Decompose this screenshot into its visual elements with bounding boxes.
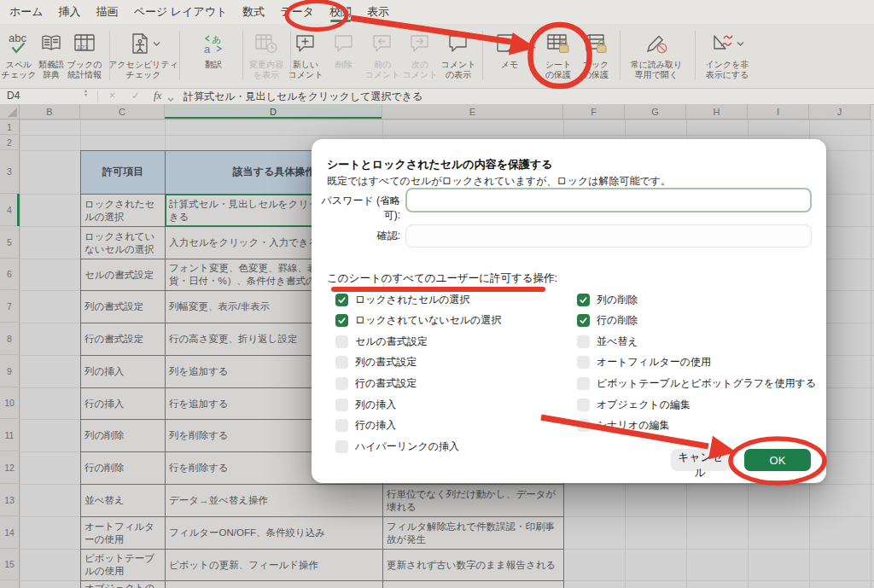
checkbox-unchecked[interactable] <box>335 440 348 453</box>
protect-workbook-button[interactable]: ブック の保護 <box>576 28 615 80</box>
protect-sheet-button[interactable]: シート の保護 <box>539 28 578 80</box>
tab-数式[interactable]: 数式 <box>235 0 272 24</box>
tab-データ[interactable]: データ <box>272 0 322 24</box>
hide-ink-button[interactable]: インクを非 表示にする <box>696 28 759 80</box>
checkbox-checked[interactable] <box>577 314 590 327</box>
column-header-E[interactable]: E <box>382 104 563 119</box>
formula-content[interactable]: 計算式セル・見出しセルをクリックして選択できる <box>184 90 422 104</box>
name-box-stepper-icon[interactable]: ▲▼ <box>84 89 88 97</box>
row-header-12[interactable]: 12 <box>0 451 20 484</box>
select-all-corner[interactable] <box>0 104 20 119</box>
checkbox-unchecked[interactable] <box>335 399 348 411</box>
checkbox-unchecked[interactable] <box>335 335 348 348</box>
cell-E14[interactable]: フィルタ解除忘れで件数誤認・印刷事故が発生 <box>382 516 564 550</box>
cancel-entry-icon[interactable]: × <box>109 90 115 102</box>
password-input[interactable] <box>405 188 812 212</box>
row-header-5[interactable]: 5 <box>0 226 20 259</box>
delete-comment-button[interactable]: 削除 <box>329 28 359 70</box>
confirm-entry-icon[interactable]: ✓ <box>131 90 140 102</box>
checkbox-unchecked[interactable] <box>577 399 590 411</box>
cell-C11[interactable]: 列の削除 <box>80 419 166 452</box>
cell-C4[interactable]: ロックされたセルの選択 <box>80 194 166 227</box>
next-comment-button[interactable]: 次の コメント <box>400 28 440 80</box>
column-header-I[interactable]: I <box>748 104 809 119</box>
checkbox-checked[interactable] <box>577 294 590 306</box>
cell-D16[interactable] <box>165 580 383 588</box>
cancel-button[interactable]: キャンセル <box>671 449 730 471</box>
cell-C9[interactable]: 列の挿入 <box>80 355 166 388</box>
cell-E13[interactable]: 行単位でなく列だけ動かし、データが壊れる <box>382 484 564 517</box>
tab-描画[interactable]: 描画 <box>89 0 126 24</box>
translate-button[interactable]: あa翻訳 <box>195 28 232 70</box>
cell-C10[interactable]: 行の挿入 <box>80 387 166 420</box>
password-label: パスワード (省略可): <box>312 194 400 223</box>
column-header-C[interactable]: C <box>80 104 165 119</box>
cell-D14[interactable]: フィルターON/OFF、条件絞り込み <box>165 516 383 550</box>
row-header-3[interactable]: 3 <box>0 150 20 194</box>
always-open-read-only-button[interactable]: 常に読み取り 専用で開く <box>621 28 691 80</box>
show-changes-button[interactable]: 変更内容 を表示 <box>242 28 290 80</box>
cell-C12[interactable]: 行の削除 <box>80 451 166 485</box>
cell-D13[interactable]: データ→並べ替え操作 <box>165 484 383 517</box>
ribbon-group-divider <box>242 31 243 80</box>
tab-表示[interactable]: 表示 <box>359 0 397 24</box>
insert-function-icon[interactable]: fx <box>154 89 161 102</box>
column-header-H[interactable]: H <box>686 104 748 119</box>
gridline <box>871 119 871 588</box>
checkbox-checked[interactable] <box>335 314 348 327</box>
cell-C7[interactable]: 列の書式設定 <box>80 290 166 323</box>
memo-button[interactable]: メモ <box>491 28 528 70</box>
tab-挿入[interactable]: 挿入 <box>51 0 89 24</box>
confirm-password-input[interactable] <box>405 224 812 247</box>
checkbox-unchecked[interactable] <box>577 356 590 369</box>
cell-C16[interactable]: オブジェクトの編集 <box>80 580 166 588</box>
checkbox-unchecked[interactable] <box>577 335 590 348</box>
cell-C3[interactable]: 許可項目 <box>80 150 166 195</box>
checkbox-unchecked[interactable] <box>335 377 348 390</box>
row-header-11[interactable]: 11 <box>0 419 20 451</box>
cell-E16[interactable] <box>382 580 564 588</box>
cell-E15[interactable]: 更新されず古い数字のまま報告される <box>382 549 564 581</box>
cell-C6[interactable]: セルの書式設定 <box>80 259 166 291</box>
new-comment-button[interactable]: 新しい コメント <box>285 28 326 80</box>
row-header-6[interactable]: 6 <box>0 259 20 290</box>
tab-ホーム[interactable]: ホーム <box>2 0 51 24</box>
ok-button[interactable]: OK <box>744 449 811 471</box>
name-box[interactable]: D4 <box>7 90 20 102</box>
column-header-F[interactable]: F <box>563 104 625 119</box>
row-header-16[interactable] <box>0 580 20 588</box>
checkbox-unchecked[interactable] <box>577 419 590 432</box>
ribbon-button-label: 次の コメント <box>403 60 438 80</box>
cell-C8[interactable]: 行の書式設定 <box>80 323 166 356</box>
ribbon-button-label: インクを非 表示にする <box>706 60 749 80</box>
column-header-G[interactable]: G <box>625 104 686 119</box>
checkbox-unchecked[interactable] <box>335 419 348 432</box>
checkbox-unchecked[interactable] <box>335 356 348 369</box>
row-header-1[interactable]: 1 <box>0 119 20 135</box>
row-header-9[interactable]: 9 <box>0 355 20 387</box>
previous-comment-button[interactable]: 前の コメント <box>363 28 402 80</box>
row-header-14[interactable]: 14 <box>0 516 20 549</box>
column-header-B[interactable]: B <box>20 104 80 119</box>
checkbox-unchecked[interactable] <box>577 377 590 390</box>
show-comments-button[interactable]: コメント の表示 <box>436 28 481 80</box>
row-header-10[interactable]: 10 <box>0 387 20 419</box>
row-header-7[interactable]: 7 <box>0 290 20 323</box>
row-header-8[interactable]: 8 <box>0 323 20 355</box>
checkbox-checked[interactable] <box>335 294 348 306</box>
tab-ページ レイアウト[interactable]: ページ レイアウト <box>126 0 236 24</box>
row-header-2[interactable]: 2 <box>0 135 20 150</box>
cell-D15[interactable]: ピボットの更新、フィールド操作 <box>165 549 383 581</box>
cell-C5[interactable]: ロックされていないセルの選択 <box>80 226 166 259</box>
cell-C15[interactable]: ピボットテーブルの使用 <box>80 549 166 581</box>
cell-C14[interactable]: オートフィルターの使用 <box>80 516 166 550</box>
row-header-13[interactable]: 13 <box>0 484 20 516</box>
column-header-J[interactable]: J <box>809 104 871 119</box>
column-header-D[interactable]: D <box>165 104 382 119</box>
row-header-15[interactable]: 15 <box>0 549 20 580</box>
spell-check-button[interactable]: abcスペル チェック <box>0 28 38 80</box>
tab-校閲[interactable]: 校閲 <box>322 0 359 24</box>
cell-C13[interactable]: 並べ替え <box>80 484 166 517</box>
workbook-statistics-button[interactable]: 123ブックの 統計情報 <box>63 28 106 80</box>
accessibility-check-button[interactable]: アクセシビリティ チェック <box>104 28 183 80</box>
